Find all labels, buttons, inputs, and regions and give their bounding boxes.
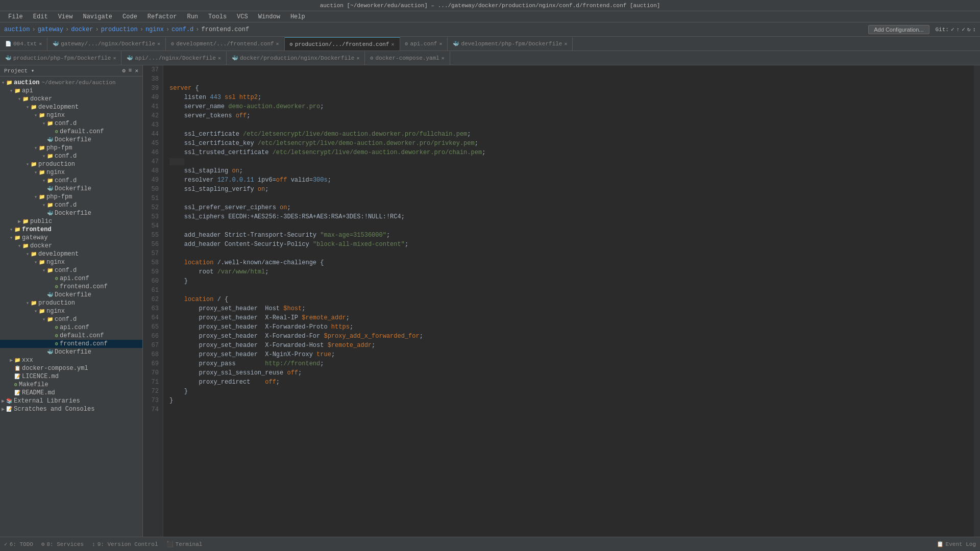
tree-item-confd-gw-prod[interactable]: ▾ 📁 conf.d bbox=[0, 315, 142, 323]
tree-item-dockerfile-api-prod[interactable]: 🐳 Dockerfile bbox=[0, 185, 142, 193]
tree-item-production-gw[interactable]: ▾ 📁 production bbox=[0, 299, 142, 307]
tree-item-dockerfile-php-prod[interactable]: 🐳 Dockerfile bbox=[0, 209, 142, 217]
tree-item-api-conf-gw-dev[interactable]: ⚙ api.conf bbox=[0, 274, 142, 283]
tree-item-public[interactable]: ▶ 📁 public bbox=[0, 217, 142, 226]
tree-item-development-gw[interactable]: ▾ 📁 development bbox=[0, 250, 142, 258]
project-label: Project ▾ bbox=[4, 67, 34, 74]
close-tab-icon[interactable]: ✕ bbox=[276, 41, 279, 47]
menu-item-tools[interactable]: Tools bbox=[204, 12, 231, 21]
tree-item-xxx[interactable]: ▶ 📁 xxx bbox=[0, 356, 142, 364]
breadcrumb-docker[interactable]: docker bbox=[71, 26, 93, 33]
close-tab-icon[interactable]: ✕ bbox=[356, 55, 359, 61]
tree-item-confd-api-dev[interactable]: ▾ 📁 conf.d bbox=[0, 119, 142, 128]
breadcrumb-nginx[interactable]: nginx bbox=[145, 26, 164, 33]
breadcrumb-production[interactable]: production bbox=[101, 26, 138, 33]
tree-item-nginx-gw-dev[interactable]: ▾ 📁 nginx bbox=[0, 258, 142, 266]
tree-item-licence[interactable]: 📝 LICENCE.md bbox=[0, 372, 142, 381]
menu-item-window[interactable]: Window bbox=[254, 12, 284, 21]
tree-item-development-api[interactable]: ▾ 📁 development bbox=[0, 103, 142, 111]
tree-item-docker-compose[interactable]: 📋 docker-compose.yml bbox=[0, 364, 142, 372]
menu-item-vcs[interactable]: VCS bbox=[233, 12, 252, 21]
tree-item-scratches[interactable]: ▶ 📝 Scratches and Consoles bbox=[0, 405, 142, 413]
tree-item-docker-api[interactable]: ▾ 📁 docker bbox=[0, 95, 142, 103]
tree-item-confd-api-prod[interactable]: ▾ 📁 conf.d bbox=[0, 177, 142, 185]
menu-item-navigate[interactable]: Navigate bbox=[79, 12, 116, 21]
tree-item-auction[interactable]: ▾ 📁 auction ~/deworker/edu/auction bbox=[0, 79, 142, 87]
tree-item-nginx-gw-prod[interactable]: ▾ 📁 nginx bbox=[0, 307, 142, 315]
tree-expand-icon: ▾ bbox=[33, 194, 39, 200]
file-tree: ▾ 📁 auction ~/deworker/edu/auction ▾ 📁 a… bbox=[0, 77, 142, 537]
menu-item-refactor[interactable]: Refactor bbox=[143, 12, 181, 21]
breadcrumb-auction[interactable]: auction bbox=[4, 26, 30, 33]
tab-api-nginx-dockerfile[interactable]: 🐳 api/.../nginx/Dockerfile ✕ bbox=[121, 52, 226, 65]
sidebar-icon-2[interactable]: ≡ bbox=[129, 67, 132, 74]
tree-item-frontend-conf-gw-prod[interactable]: ⚙ frontend.conf bbox=[0, 340, 142, 348]
tree-item-phpfpm-prod[interactable]: ▾ 📁 php-fpm bbox=[0, 193, 142, 201]
add-configuration-button[interactable]: Add Configuration... bbox=[868, 25, 929, 34]
tree-item-readme[interactable]: 📝 README.md bbox=[0, 389, 142, 397]
tree-item-nginx-api-dev[interactable]: ▾ 📁 nginx bbox=[0, 111, 142, 119]
close-tab-icon[interactable]: ✕ bbox=[439, 41, 442, 47]
menu-item-code[interactable]: Code bbox=[118, 12, 141, 21]
tab-dev-phpfpm-dockerfile[interactable]: 🐳 development/php-fpm/Dockerfile ✕ bbox=[448, 37, 573, 51]
file-icon: ⚙ bbox=[14, 382, 17, 388]
bottom-bar: ✓ 6: TODO ⚙ 8: Services ↕ 9: Version Con… bbox=[0, 537, 980, 551]
todo-tab[interactable]: ✓ 6: TODO bbox=[4, 541, 33, 547]
tree-item-dockerfile-api-dev[interactable]: 🐳 Dockerfile bbox=[0, 136, 142, 144]
tree-item-confd-gw-dev[interactable]: ▾ 📁 conf.d bbox=[0, 266, 142, 274]
file-icon: ⚙ bbox=[55, 341, 58, 347]
file-icon: 🐳 bbox=[47, 137, 53, 143]
menu-item-help[interactable]: Help bbox=[286, 12, 309, 21]
sidebar-icon-1[interactable]: ⚙ bbox=[122, 67, 126, 74]
close-tab-icon[interactable]: ✕ bbox=[442, 55, 445, 61]
close-tab-icon[interactable]: ✕ bbox=[218, 55, 221, 61]
tab-api-conf[interactable]: ⚙ api.conf ✕ bbox=[400, 37, 448, 51]
tree-expand-icon: ▶ bbox=[16, 218, 22, 224]
tab-production-frontend-conf[interactable]: ⚙ production/.../frontend.conf ✕ bbox=[285, 37, 400, 51]
menu-item-edit[interactable]: Edit bbox=[29, 12, 52, 21]
menu-item-view[interactable]: View bbox=[54, 12, 77, 21]
tree-item-default-conf[interactable]: ⚙ default.conf bbox=[0, 128, 142, 136]
close-tab-icon[interactable]: ✕ bbox=[564, 41, 567, 47]
tree-item-nginx-prod[interactable]: ▾ 📁 nginx bbox=[0, 168, 142, 177]
event-log-tab[interactable]: 📋 Event Log bbox=[937, 541, 976, 547]
tree-item-confd-php[interactable]: ▾ 📁 conf.d bbox=[0, 152, 142, 160]
tree-item-frontend[interactable]: ▾ 📁 frontend bbox=[0, 226, 142, 234]
tree-item-default-conf-gw-prod[interactable]: ⚙ default.conf bbox=[0, 332, 142, 340]
menu-item-file[interactable]: File bbox=[4, 12, 27, 21]
tab-gateway-nginx-dockerfile[interactable]: 🐳 gateway/.../nginx/Dockerfile ✕ bbox=[47, 37, 166, 51]
tree-item-external-libraries[interactable]: ▶ 📚 External Libraries bbox=[0, 397, 142, 405]
tree-item-makefile[interactable]: ⚙ Makefile bbox=[0, 381, 142, 389]
close-tab-icon[interactable]: ✕ bbox=[391, 41, 395, 47]
tree-item-gateway[interactable]: ▾ 📁 gateway bbox=[0, 234, 142, 242]
sidebar-close-icon[interactable]: ✕ bbox=[135, 67, 138, 74]
code-container[interactable]: 37 38 39 40 41 42 43 44 45 46 47 48 49 5… bbox=[143, 65, 980, 537]
close-tab-icon[interactable]: ✕ bbox=[113, 55, 116, 61]
tab-development-frontend-conf[interactable]: ⚙ development/.../frontend.conf ✕ bbox=[166, 37, 285, 51]
services-tab[interactable]: ⚙ 8: Services bbox=[41, 541, 84, 547]
tree-item-docker-gw[interactable]: ▾ 📁 docker bbox=[0, 242, 142, 250]
tree-item-confd-php-prod[interactable]: ▾ 📁 conf.d bbox=[0, 201, 142, 209]
tab-docker-compose-yaml[interactable]: ⚙ docker-compose.yaml ✕ bbox=[365, 52, 450, 65]
code-editor[interactable]: server { listen 443 ssl http2; server_na… bbox=[163, 65, 974, 537]
tab-prod-phpfpm-dockerfile[interactable]: 🐳 production/php-fpm/Dockerfile ✕ bbox=[0, 52, 121, 65]
tree-item-frontend-conf-gw-dev[interactable]: ⚙ frontend.conf bbox=[0, 283, 142, 291]
tab-004txt[interactable]: 📄 004.txt ✕ bbox=[0, 37, 47, 51]
terminal-tab[interactable]: ⬛ Terminal bbox=[166, 541, 203, 547]
tree-item-phpfpm-api[interactable]: ▾ 📁 php-fpm bbox=[0, 144, 142, 152]
menu-item-run[interactable]: Run bbox=[183, 12, 202, 21]
close-tab-icon[interactable]: ✕ bbox=[157, 41, 160, 47]
breadcrumb-gateway[interactable]: gateway bbox=[38, 26, 63, 33]
tree-item-dockerfile-gw-prod[interactable]: 🐳 Dockerfile bbox=[0, 348, 142, 356]
folder-icon: 📁 bbox=[47, 178, 53, 184]
tree-item-dockerfile-gw-dev[interactable]: 🐳 Dockerfile bbox=[0, 291, 142, 299]
tree-item-production-api[interactable]: ▾ 📁 production bbox=[0, 160, 142, 168]
folder-icon: 📁 bbox=[39, 169, 45, 176]
close-tab-icon[interactable]: ✕ bbox=[39, 41, 42, 47]
breadcrumb-frontend-conf[interactable]: frontend.conf bbox=[202, 26, 250, 33]
tab-docker-prod-nginx-dockerfile[interactable]: 🐳 docker/production/nginx/Dockerfile ✕ bbox=[227, 52, 365, 65]
tree-item-api[interactable]: ▾ 📁 api bbox=[0, 87, 142, 95]
tree-item-api-conf-gw-prod[interactable]: ⚙ api.conf bbox=[0, 323, 142, 332]
breadcrumb-confd[interactable]: conf.d bbox=[172, 26, 193, 33]
version-control-tab[interactable]: ↕ 9: Version Control bbox=[92, 541, 158, 547]
